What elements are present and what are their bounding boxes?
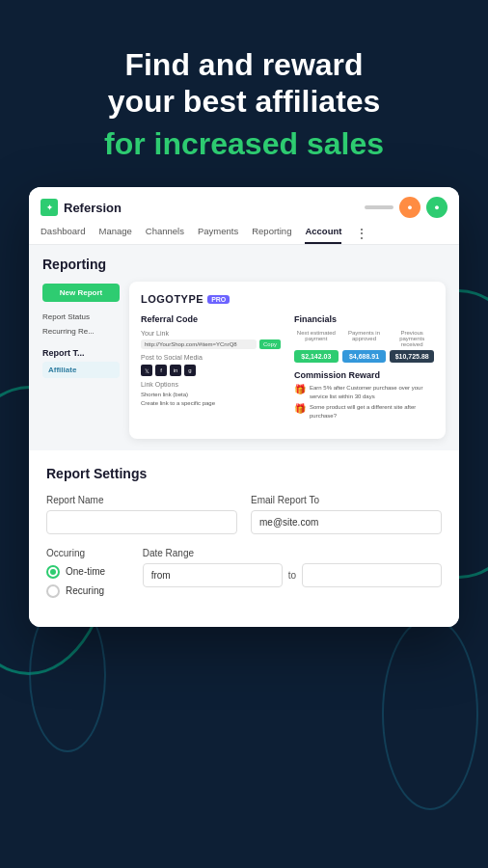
nav-item-channels[interactable]: Channels <box>146 226 184 244</box>
sidebar-tab-affiliate[interactable]: Affiliate <box>42 362 120 378</box>
report-name-label: Report Name <box>46 495 237 505</box>
fin-value-1: $4,688.91 <box>342 350 387 363</box>
page-title: Reporting <box>42 257 446 272</box>
form-row-1: Report Name Email Report To <box>46 495 442 534</box>
nav-item-reporting[interactable]: Reporting <box>252 226 291 244</box>
linkedin-icon[interactable]: in <box>170 365 181 376</box>
commission-item-0: 🎁 Earn 5% after Customer purchase over y… <box>294 384 434 400</box>
form-row-2: Occuring One-time Recuring Date Range <box>46 548 442 598</box>
nav-item-account[interactable]: Account <box>305 226 341 244</box>
social-icons: 𝕏 f in g <box>141 365 281 376</box>
email-report-group: Email Report To <box>251 495 442 534</box>
bg-dot-right <box>382 617 478 810</box>
radio-recurring[interactable]: Recuring <box>46 584 129 598</box>
commission-text-1: Some product will get a different site a… <box>310 403 434 420</box>
fin-value-0: $2,142.03 <box>294 350 339 363</box>
content-area: Reporting New Report Report Status Recur… <box>29 245 459 450</box>
email-report-input[interactable] <box>251 510 442 534</box>
twitter-icon[interactable]: 𝕏 <box>141 365 152 376</box>
report-name-group: Report Name <box>46 495 237 534</box>
sidebar-link-recurring[interactable]: Recurring Re... <box>42 324 120 339</box>
commission-title: Commission Reward <box>294 370 434 380</box>
hero-line1: Find and reward your best affiliates <box>29 46 459 121</box>
radio-circle-recurring[interactable] <box>46 584 60 598</box>
link-options-text: Shorten link (beta)Create link to a spec… <box>141 391 281 407</box>
occurring-label: Occuring <box>46 548 129 558</box>
link-field: http://YourShop.com/#item=YCnrQ8 Copy <box>141 339 281 349</box>
commission-item-1: 🎁 Some product will get a different site… <box>294 403 434 420</box>
commission-text-0: Earn 5% after Customer purchase over you… <box>310 384 434 400</box>
referral-left: Referral Code Your Link http://YourShop.… <box>141 314 281 420</box>
hero-line3: for increased sales <box>29 124 459 165</box>
radio-circle-one-time[interactable] <box>46 565 60 579</box>
gift-icon-0: 🎁 <box>294 384 306 394</box>
logotype-text: LOGOTYPE <box>141 293 203 305</box>
referral-code-title: Referral Code <box>141 314 281 324</box>
commission-items: 🎁 Earn 5% after Customer purchase over y… <box>294 384 434 420</box>
facebook-icon[interactable]: f <box>155 365 167 376</box>
date-range-label: Date Range <box>143 548 442 558</box>
link-options-label: Link Options <box>141 381 281 388</box>
your-link-label: Your Link <box>141 330 281 337</box>
report-name-input[interactable] <box>46 510 237 534</box>
referral-section: Referral Code Your Link http://YourShop.… <box>141 314 434 420</box>
nav-avatar-teal[interactable]: ● <box>426 197 447 218</box>
affiliate-card: LOGOTYPE PRO Referral Code Your Link htt… <box>129 282 446 439</box>
nav-logo: ✦ Refersion <box>41 199 122 216</box>
sidebar-link-status[interactable]: Report Status <box>42 310 120 324</box>
financials-title: Financials <box>294 314 434 324</box>
gift-icon-1: 🎁 <box>294 403 306 414</box>
date-range-group: Date Range to <box>143 548 442 598</box>
date-range-row: to <box>143 563 442 587</box>
nav-menu: Dashboard Manage Channels Payments Repor… <box>41 226 447 244</box>
fin-values: $2,142.03 $4,688.91 $10,725.88 <box>294 350 434 363</box>
nav-item-manage[interactable]: Manage <box>98 226 131 244</box>
fin-labels: Next estimated payment Payments in appro… <box>294 330 434 347</box>
nav-more-button[interactable]: ⋮ <box>355 226 368 244</box>
fin-value-2: $10,725.88 <box>390 350 434 363</box>
settings-title: Report Settings <box>46 466 442 481</box>
date-to-input[interactable] <box>302 563 442 587</box>
nav-bar: ✦ Refersion ● ● Dashboard Manage Channel… <box>29 187 459 245</box>
nav-item-payments[interactable]: Payments <box>198 226 238 244</box>
copy-button[interactable]: Copy <box>259 339 281 349</box>
radio-label-recurring: Recuring <box>66 585 104 596</box>
refersion-logo-icon: ✦ <box>41 199 58 216</box>
nav-top: ✦ Refersion ● ● <box>41 197 447 218</box>
sidebar-section-title: Report T... <box>42 348 120 358</box>
radio-group: One-time Recuring <box>46 563 129 598</box>
new-report-button[interactable]: New Report <box>42 284 120 302</box>
nav-item-dashboard[interactable]: Dashboard <box>41 226 85 244</box>
hero-section: Find and reward your best affiliates for… <box>0 0 488 187</box>
date-to-label: to <box>288 570 296 581</box>
email-report-label: Email Report To <box>251 495 442 505</box>
date-from-input[interactable] <box>143 563 283 587</box>
occurring-group: Occuring One-time Recuring <box>46 548 129 598</box>
logotype-badge: PRO <box>207 295 230 304</box>
logotype-row: LOGOTYPE PRO <box>141 293 434 305</box>
financials-section: Next estimated payment Payments in appro… <box>294 330 434 363</box>
fin-label-1: Payments in approved <box>342 330 387 347</box>
report-settings-section: Report Settings Report Name Email Report… <box>29 450 459 627</box>
fin-label-2: Previous payments received <box>390 330 434 347</box>
nav-avatar-orange[interactable]: ● <box>399 197 420 218</box>
fin-label-0: Next estimated payment <box>294 330 339 347</box>
radio-dot-one-time <box>50 569 56 575</box>
left-sidebar: New Report Report Status Recurring Re...… <box>42 282 120 439</box>
link-input[interactable]: http://YourShop.com/#item=YCnrQ8 <box>141 339 257 349</box>
radio-label-one-time: One-time <box>66 566 105 577</box>
google-icon[interactable]: g <box>184 365 196 376</box>
radio-one-time[interactable]: One-time <box>46 565 129 579</box>
referral-right: Financials Next estimated payment Paymen… <box>294 314 434 420</box>
social-media-label: Post to Social Media <box>141 354 281 361</box>
two-col-layout: New Report Report Status Recurring Re...… <box>42 282 446 439</box>
nav-right-icons: ● ● <box>365 197 447 218</box>
main-card: ✦ Refersion ● ● Dashboard Manage Channel… <box>29 187 459 627</box>
nav-menu-line <box>365 205 393 209</box>
